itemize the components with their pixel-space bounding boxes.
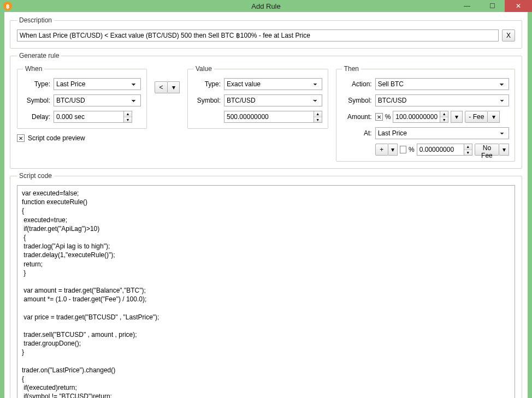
value-legend: Value	[193, 65, 214, 73]
app-icon: ฿	[3, 2, 12, 10]
amount-dropdown-icon[interactable]: ▾	[451, 111, 463, 123]
when-symbol-select[interactable]: BTC/USD	[54, 94, 141, 106]
then-symbol-select[interactable]: BTC/USD	[375, 94, 509, 106]
fee-dropdown-icon[interactable]: ▾	[488, 111, 500, 123]
window: ฿ Add Rule — ☐ ✕ Description X Generate …	[0, 0, 532, 398]
plus-button[interactable]: +	[375, 144, 388, 156]
close-button[interactable]: ✕	[505, 0, 532, 12]
amount-spinner[interactable]: ▲▼	[393, 111, 448, 123]
script-preview-label: Script code preview	[28, 134, 85, 142]
minimize-button[interactable]: —	[454, 0, 480, 12]
script-code-text[interactable]: var executed=false; function executeRule…	[17, 185, 515, 398]
amount-input[interactable]	[393, 111, 440, 123]
extra-spinbtns[interactable]: ▲▼	[464, 144, 472, 156]
script-preview-row[interactable]: ✕ Script code preview	[17, 134, 147, 142]
value-type-label: Type:	[193, 80, 221, 88]
then-action-select[interactable]: Sell BTC	[375, 78, 509, 90]
script-code-legend: Script code	[17, 172, 54, 180]
extra-input[interactable]	[417, 144, 464, 156]
amount-pct-checkbox[interactable]: ✕	[375, 113, 383, 121]
when-delay-label: Delay:	[23, 113, 50, 121]
value-number-spinner[interactable]: ▲▼	[224, 111, 322, 123]
then-action-label: Action:	[342, 80, 372, 88]
client-area: Description X Generate rule When Type: L…	[4, 12, 528, 398]
nofee-dropdown-icon[interactable]: ▾	[499, 144, 509, 156]
description-group: Description X	[10, 16, 522, 49]
value-type-select[interactable]: Exact value	[224, 78, 322, 90]
script-preview-checkbox[interactable]: ✕	[17, 134, 25, 142]
when-symbol-label: Symbol:	[23, 97, 50, 104]
nofee-button[interactable]: No Fee	[475, 144, 499, 156]
amount-spinbtns[interactable]: ▲▼	[440, 111, 448, 123]
window-title: Add Rule	[251, 2, 280, 10]
then-at-select[interactable]: Last Price	[375, 127, 509, 139]
when-type-label: Type:	[23, 80, 50, 88]
comparator-button[interactable]: <	[155, 81, 168, 93]
maximize-button[interactable]: ☐	[480, 0, 505, 12]
then-amount-label: Amount:	[342, 113, 372, 121]
description-legend: Description	[17, 16, 54, 24]
when-legend: When	[23, 65, 44, 73]
generate-rule-group: Generate rule When Type: Last Price Symb…	[10, 52, 522, 169]
then-at-label: At:	[342, 129, 372, 137]
extra-pct-symbol: %	[409, 146, 415, 153]
titlebar: ฿ Add Rule — ☐ ✕	[0, 0, 532, 12]
then-legend: Then	[342, 65, 361, 73]
then-group: Then Action: Sell BTC Symbol: BTC/USD Am…	[336, 65, 515, 162]
comparator-dropdown-icon[interactable]: ▾	[168, 81, 180, 93]
value-symbol-select[interactable]: BTC/USD	[224, 94, 322, 106]
amount-pct-symbol: %	[385, 113, 391, 121]
script-code-group: Script code var executed=false; function…	[10, 172, 522, 398]
when-group: When Type: Last Price Symbol: BTC/USD De…	[17, 65, 147, 129]
then-symbol-label: Symbol:	[342, 97, 372, 104]
value-symbol-label: Symbol:	[193, 97, 221, 104]
when-delay-spinbtns[interactable]: ▲▼	[123, 111, 132, 123]
clear-description-button[interactable]: X	[502, 29, 515, 41]
value-number-input[interactable]	[224, 111, 314, 123]
fee-button[interactable]: - Fee	[465, 111, 488, 123]
window-buttons: — ☐ ✕	[454, 0, 532, 12]
extra-pct-checkbox[interactable]	[400, 146, 406, 153]
comparator-column: < ▾	[155, 65, 180, 93]
value-number-spinbtns[interactable]: ▲▼	[314, 111, 322, 123]
when-type-select[interactable]: Last Price	[54, 78, 141, 90]
when-delay-input[interactable]	[54, 111, 123, 123]
plus-dropdown-icon[interactable]: ▾	[388, 144, 398, 156]
generate-rule-legend: Generate rule	[17, 52, 61, 60]
value-group: Value Type: Exact value Symbol: BTC/USD …	[187, 65, 328, 129]
when-delay-spinner[interactable]: ▲▼	[54, 111, 141, 123]
description-input[interactable]	[17, 29, 499, 41]
extra-spinner[interactable]: ▲▼	[417, 144, 472, 156]
